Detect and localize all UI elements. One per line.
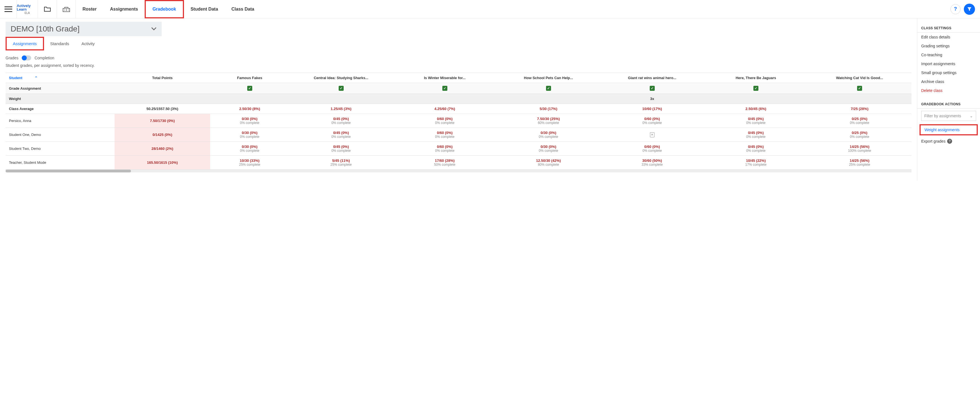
grade-cell[interactable]: 0/30 (0%)0% complete (497, 142, 600, 156)
class-selector[interactable]: DEMO [10th Grade] (6, 22, 162, 36)
grade-cell[interactable]: 0/25 (0%)0% complete (808, 114, 912, 128)
subtab-assignments[interactable]: Assignments (6, 37, 44, 51)
folder-button[interactable] (38, 0, 57, 18)
nav-assignments[interactable]: Assignments (103, 0, 145, 18)
toggle-label-completion: Completion (35, 56, 54, 60)
grade-cell[interactable]: 0/45 (0%)0% complete (289, 142, 393, 156)
side-archive-class[interactable]: Archive class (917, 77, 980, 86)
grade-value: 10/45 (22%) (707, 159, 804, 163)
grade-cell[interactable]: 0/45 (0%)0% complete (704, 114, 808, 128)
grade-cell[interactable]: ✕ (600, 128, 704, 142)
horizontal-scrollbar[interactable] (6, 170, 912, 172)
side-delete-class[interactable]: Delete class (917, 86, 980, 95)
grade-cell[interactable]: 0/60 (0%)0% complete (393, 142, 497, 156)
grade-assignment-cell[interactable]: ✓ (600, 83, 704, 94)
grade-value: 0/45 (0%) (707, 144, 804, 149)
scrollbar-thumb[interactable] (6, 170, 131, 172)
side-small-group-settings[interactable]: Small group settings (917, 68, 980, 77)
grade-cell[interactable]: 5/45 (11%)25% complete (289, 156, 393, 170)
chevron-down-icon (151, 27, 157, 31)
filter-button[interactable] (964, 4, 975, 15)
side-weight-assignments[interactable]: Weight assignments (921, 125, 977, 134)
grade-value: 0/30 (0%) (500, 131, 597, 135)
grade-cell[interactable]: 10/45 (22%)17% complete (704, 156, 808, 170)
grade-cell[interactable]: 0/60 (0%)0% complete (600, 114, 704, 128)
grade-cell[interactable]: 0/30 (0%)0% complete (210, 142, 289, 156)
grade-assignment-cell[interactable]: ✓ (704, 83, 808, 94)
col-assignment-header[interactable]: Is Winter Miserable for... (393, 73, 497, 83)
nav-roster[interactable]: Roster (76, 0, 103, 18)
grade-cell[interactable]: 14/25 (56%)25% complete (808, 156, 912, 170)
grade-completion: 25% complete (293, 163, 390, 167)
student-name[interactable]: Persico, Anna (6, 114, 115, 128)
hamburger-menu-button[interactable] (0, 0, 17, 18)
col-student-header[interactable]: Student ⌃ (6, 73, 115, 83)
grade-cell[interactable]: 0/30 (0%)0% complete (210, 114, 289, 128)
row-grade-assignment: Grade Assignment✓✓✓✓✓✓✓ (6, 83, 912, 94)
grade-value: 0/45 (0%) (293, 131, 390, 135)
grade-cell[interactable]: 0/60 (0%)0% complete (393, 128, 497, 142)
grade-assignment-cell[interactable]: ✓ (808, 83, 912, 94)
grade-completion: 25% complete (811, 163, 908, 167)
grade-value: 30/60 (50%) (604, 159, 701, 163)
grade-completion: 0% complete (293, 135, 390, 139)
school-button[interactable] (57, 0, 76, 18)
grade-assignment-cell[interactable]: ✓ (210, 83, 289, 94)
checkmark-icon: ✓ (546, 86, 551, 91)
grade-value: 0/45 (0%) (707, 117, 804, 121)
subtab-activity[interactable]: Activity (75, 38, 101, 49)
col-assignment-header[interactable]: Famous Fakes (210, 73, 289, 83)
grade-cell[interactable]: 0/60 (0%)0% complete (600, 142, 704, 156)
grades-completion-toggle[interactable] (22, 56, 31, 60)
side-co-teaching[interactable]: Co-teaching (917, 51, 980, 59)
grade-cell[interactable]: 10/30 (33%)25% complete (210, 156, 289, 170)
col-assignment-header[interactable]: Giant rat wins animal hero... (600, 73, 704, 83)
student-name[interactable]: Teacher, Student Mode (6, 156, 115, 170)
grade-cell[interactable]: 0/25 (0%)0% complete (808, 128, 912, 142)
grade-cell[interactable]: 7.50/30 (25%)60% complete (497, 114, 600, 128)
col-assignment-header[interactable]: Central Idea: Studying Sharks... (289, 73, 393, 83)
grade-cell[interactable]: 14/25 (56%)100% complete (808, 142, 912, 156)
grade-assignment-cell[interactable]: ✓ (393, 83, 497, 94)
student-name[interactable]: Student One, Demo (6, 128, 115, 142)
col-assignment-header[interactable]: Here, There Be Jaguars (704, 73, 808, 83)
filter-assignments-select[interactable]: Filter by assignments ⌄ (921, 111, 976, 121)
grade-assignment-cell[interactable]: ✓ (497, 83, 600, 94)
col-assignment-header[interactable]: Watching Cat Vid Is Good... (808, 73, 912, 83)
class-name: DEMO [10th Grade] (11, 24, 151, 33)
grade-cell[interactable]: 0/45 (0%)0% complete (704, 142, 808, 156)
nav-class-data[interactable]: Class Data (225, 0, 261, 18)
grade-cell[interactable]: 0/45 (0%)0% complete (289, 128, 393, 142)
brand-logo[interactable]: Actively Learn ELA (17, 0, 38, 18)
class-average-cell: 5/30 (17%) (497, 104, 600, 114)
grade-value: 0/60 (0%) (396, 144, 493, 149)
grade-completion: 33% complete (604, 163, 701, 167)
checkmark-icon: ✓ (339, 86, 344, 91)
side-export-grades[interactable]: Export grades ? (917, 137, 980, 146)
side-import-assignments[interactable]: Import assignments (917, 59, 980, 68)
grade-cell[interactable]: 30/60 (50%)33% complete (600, 156, 704, 170)
nav-student-data[interactable]: Student Data (184, 0, 225, 18)
help-icon[interactable]: ? (947, 139, 952, 144)
help-button[interactable]: ? (950, 4, 961, 14)
grade-cell[interactable]: 0/30 (0%)0% complete (497, 128, 600, 142)
nav-gradebook[interactable]: Gradebook (145, 0, 184, 18)
grade-cell[interactable]: 0/30 (0%)0% complete (210, 128, 289, 142)
side-edit-class-details[interactable]: Edit class details (917, 33, 980, 41)
grade-cell[interactable]: 0/45 (0%)0% complete (704, 128, 808, 142)
side-grading-settings[interactable]: Grading settings (917, 41, 980, 51)
student-name[interactable]: Student Two, Demo (6, 142, 115, 156)
grade-assignment-cell[interactable]: ✓ (289, 83, 393, 94)
grade-cell[interactable]: 0/60 (0%)0% complete (393, 114, 497, 128)
grade-cell[interactable]: 0/45 (0%)0% complete (289, 114, 393, 128)
row-label: Grade Assignment (6, 83, 115, 94)
grade-completion: 0% complete (396, 121, 493, 125)
subtab-standards[interactable]: Standards (44, 38, 75, 49)
student-row: Student Two, Demo28/1460 (2%)0/30 (0%)0%… (6, 142, 912, 156)
grade-cell[interactable]: 17/60 (28%)50% complete (393, 156, 497, 170)
school-icon (62, 6, 70, 12)
col-assignment-header[interactable]: How School Pets Can Help... (497, 73, 600, 83)
grade-completion: 0% complete (396, 135, 493, 139)
grade-cell[interactable]: 12.50/30 (42%)80% complete (497, 156, 600, 170)
student-total: 0/1425 (0%) (115, 128, 210, 142)
